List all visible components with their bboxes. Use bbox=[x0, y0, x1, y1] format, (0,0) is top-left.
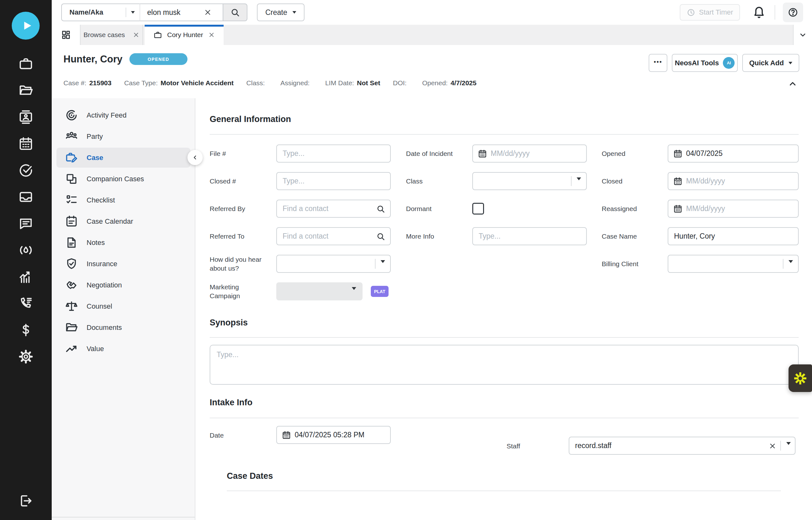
file-number-input[interactable] bbox=[277, 145, 390, 162]
clear-staff-icon[interactable] bbox=[768, 442, 777, 450]
referred-to-input[interactable] bbox=[277, 228, 376, 244]
calendar-icon[interactable] bbox=[18, 136, 33, 151]
referred-by-field[interactable] bbox=[276, 200, 391, 218]
app-rail bbox=[0, 0, 52, 520]
reports-chart-icon[interactable] bbox=[18, 269, 33, 284]
intake-date-field[interactable] bbox=[276, 426, 391, 444]
nav-item-documents[interactable]: Documents bbox=[52, 317, 195, 338]
referred-by-input[interactable] bbox=[277, 200, 376, 217]
referred-by-label: Referred By bbox=[210, 204, 276, 213]
chevron-down-icon[interactable] bbox=[577, 180, 581, 186]
nav-item-notes[interactable]: Notes bbox=[52, 232, 195, 253]
tab-overflow-chevron-icon[interactable] bbox=[793, 25, 812, 45]
close-icon[interactable] bbox=[208, 31, 215, 38]
chevron-down-icon[interactable] bbox=[380, 263, 385, 269]
start-timer-button[interactable]: Start Timer bbox=[680, 4, 740, 21]
dashboard-grid-icon[interactable] bbox=[52, 25, 80, 45]
help-button[interactable] bbox=[783, 3, 803, 22]
nav-item-insurance[interactable]: Insurance bbox=[52, 253, 195, 275]
calendar-icon[interactable] bbox=[478, 149, 487, 158]
tab-browse-cases[interactable]: Browse cases bbox=[80, 25, 143, 45]
opened-input[interactable] bbox=[686, 145, 798, 162]
staff-field[interactable] bbox=[569, 437, 795, 455]
app-logo[interactable] bbox=[12, 12, 40, 40]
search-button[interactable] bbox=[223, 3, 247, 21]
intake-date-input[interactable] bbox=[295, 426, 390, 443]
chat-icon[interactable] bbox=[18, 216, 33, 231]
reassigned-field[interactable] bbox=[668, 200, 799, 218]
neos-case-management-app: Name/Aka Create Start Timer Browse cases bbox=[0, 0, 812, 520]
search-icon[interactable] bbox=[376, 204, 385, 213]
calendar-icon[interactable] bbox=[282, 431, 291, 440]
contact-card-icon[interactable] bbox=[18, 110, 33, 125]
tasks-check-icon[interactable] bbox=[18, 163, 33, 178]
nav-item-checklist[interactable]: Checklist bbox=[52, 189, 195, 211]
billing-dollar-icon[interactable] bbox=[18, 322, 33, 337]
top-bar: Name/Aka Create Start Timer bbox=[52, 0, 812, 25]
chevron-down-icon[interactable] bbox=[126, 11, 140, 14]
hdyhau-select[interactable] bbox=[276, 255, 391, 273]
closed-field[interactable] bbox=[668, 172, 799, 190]
tab-cory-hunter[interactable]: Cory Hunter bbox=[145, 25, 224, 45]
clear-search-icon[interactable] bbox=[204, 8, 212, 17]
marketing-campaign-select[interactable] bbox=[276, 282, 363, 301]
staff-input[interactable] bbox=[569, 437, 764, 454]
chevron-down-icon[interactable] bbox=[789, 263, 793, 269]
opened-field[interactable] bbox=[668, 145, 799, 162]
nav-item-value[interactable]: Value bbox=[52, 338, 195, 359]
quick-add-label: Quick Add bbox=[749, 59, 784, 67]
referred-to-field[interactable] bbox=[276, 227, 391, 245]
folder-open-icon[interactable] bbox=[18, 83, 33, 98]
reassigned-input[interactable] bbox=[686, 200, 798, 217]
companion-cases-icon bbox=[65, 173, 78, 185]
case-name-input[interactable] bbox=[668, 228, 798, 244]
checklist-icon bbox=[65, 193, 78, 207]
closed-number-input[interactable] bbox=[277, 173, 390, 189]
date-of-incident-input[interactable] bbox=[491, 145, 586, 162]
neosai-tools-button[interactable]: NeosAI Tools AI bbox=[672, 54, 738, 72]
nav-item-party[interactable]: Party bbox=[52, 126, 195, 147]
assistant-burst-button[interactable] bbox=[789, 364, 812, 392]
class-select[interactable] bbox=[472, 172, 587, 190]
more-info-input[interactable] bbox=[473, 228, 586, 244]
calendar-icon[interactable] bbox=[673, 204, 682, 213]
collapse-header-chevron-icon[interactable] bbox=[788, 79, 797, 89]
synopsis-textarea[interactable] bbox=[210, 345, 799, 385]
nav-item-companion-cases[interactable]: Companion Cases bbox=[52, 168, 195, 189]
search-input[interactable] bbox=[140, 8, 202, 17]
quick-add-button[interactable]: Quick Add bbox=[742, 54, 799, 72]
meta-item: LIM Date:Not Set bbox=[325, 79, 380, 87]
search-category-label: Name/Aka bbox=[62, 8, 126, 17]
billing-client-select[interactable] bbox=[668, 255, 799, 273]
search-icon[interactable] bbox=[376, 232, 385, 241]
date-of-incident-field[interactable] bbox=[472, 145, 587, 162]
notes-icon bbox=[65, 236, 78, 249]
calendar-icon[interactable] bbox=[673, 149, 682, 158]
nav-item-negotiation[interactable]: Negotiation bbox=[52, 275, 195, 296]
neosai-label: NeosAI Tools bbox=[675, 59, 719, 67]
search-category-select[interactable]: Name/Aka bbox=[61, 3, 140, 21]
nav-item-case[interactable]: Case bbox=[52, 147, 195, 168]
intake-drop-icon[interactable] bbox=[18, 243, 33, 258]
case-form: General Information File # Date of Incid… bbox=[195, 98, 812, 520]
create-button[interactable]: Create bbox=[257, 3, 304, 21]
class-label: Class bbox=[406, 177, 472, 185]
logout-icon[interactable] bbox=[18, 493, 33, 508]
closed-input[interactable] bbox=[686, 173, 798, 189]
inbox-tray-icon[interactable] bbox=[18, 189, 33, 204]
nav-item-counsel[interactable]: Counsel bbox=[52, 296, 195, 317]
collapse-nav-button[interactable] bbox=[188, 150, 203, 165]
cases-briefcase-icon[interactable] bbox=[18, 56, 33, 71]
notifications-bell-icon[interactable] bbox=[752, 5, 766, 19]
dormant-checkbox[interactable] bbox=[472, 203, 484, 214]
settings-gear-icon[interactable] bbox=[18, 349, 33, 364]
nav-item-case-calendar[interactable]: Case Calendar bbox=[52, 211, 195, 232]
calendar-icon[interactable] bbox=[673, 177, 682, 186]
divider bbox=[571, 176, 571, 186]
chevron-down-icon[interactable] bbox=[786, 445, 791, 450]
close-icon[interactable] bbox=[132, 31, 140, 38]
more-actions-button[interactable]: ••• bbox=[649, 54, 667, 72]
call-log-phone-icon[interactable] bbox=[18, 296, 33, 311]
nav-item-activity-feed[interactable]: Activity Feed bbox=[52, 105, 195, 126]
reassigned-label: Reassigned bbox=[602, 204, 668, 213]
